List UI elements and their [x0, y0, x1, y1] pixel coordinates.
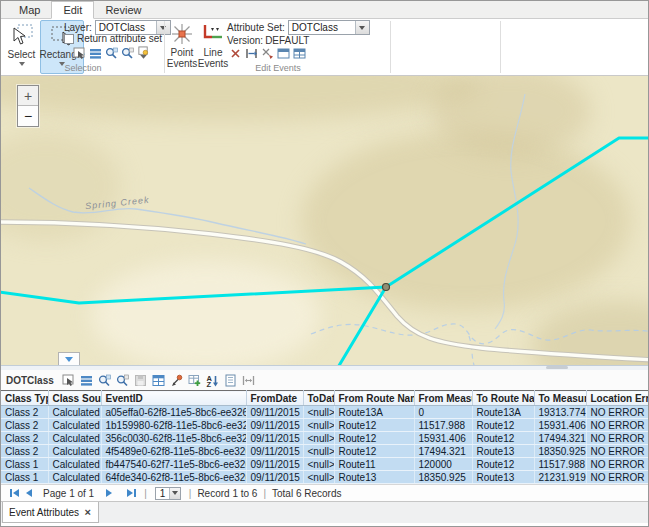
panel-splitter[interactable] [1, 365, 648, 370]
table-pager: Page 1 of 1 | 1 | Record 1 to 6 | Total … [1, 484, 648, 501]
table-cell: 21231.919 [534, 471, 586, 484]
table-cell: Class 1 [1, 471, 48, 484]
page-number-combo[interactable]: 1 [155, 487, 181, 500]
select-by-box-icon[interactable] [73, 46, 86, 59]
splitter-grip[interactable] [546, 366, 568, 369]
table-row[interactable]: Class 2Calculateda05effa0-62f8-11e5-8bc6… [1, 406, 648, 419]
previous-page-button[interactable] [21, 487, 35, 499]
column-header[interactable]: To Route Name [472, 391, 534, 406]
ribbon: Select Rectangle Layer: DOTClass Return … [1, 19, 648, 76]
column-header[interactable]: ToDate [303, 391, 334, 406]
sort-records-icon[interactable]: AZ [206, 374, 219, 387]
map-feature-layer [1, 76, 648, 365]
table-cell: 09/11/2015 [246, 471, 303, 484]
table-cell: NO ERROR [586, 419, 648, 432]
table-cell: <null> [303, 432, 334, 445]
chevron-down-icon[interactable] [355, 21, 369, 34]
table-cell: NO ERROR [586, 458, 648, 471]
last-page-button[interactable] [124, 487, 138, 499]
close-tab-icon[interactable]: × [85, 506, 91, 518]
table-cell: Route12 [472, 419, 534, 432]
table-row[interactable]: Class 2Calculated1b159980-62f8-11e5-8bc6… [1, 419, 648, 432]
table-cell: Calculated [48, 471, 101, 484]
tab-map[interactable]: Map [8, 2, 51, 18]
version-value: DEFAULT [265, 35, 309, 46]
creek-line [495, 94, 525, 329]
table-cell: <null> [303, 419, 334, 432]
column-header[interactable]: From Measure [414, 391, 472, 406]
page-indicator: Page 1 of 1 [43, 488, 94, 499]
map-view[interactable]: Spring Creek + − [1, 76, 648, 365]
return-attribute-set-label: Return attribute set [77, 33, 162, 44]
event-attributes-window-icon[interactable] [277, 46, 290, 59]
chevron-down-icon[interactable] [169, 488, 180, 499]
route-junction-marker [383, 284, 390, 291]
column-header[interactable]: Class Source [48, 391, 101, 406]
column-header[interactable]: EventID [101, 391, 246, 406]
tab-event-attributes-label: Event Attributes [9, 507, 79, 518]
zoom-in-button[interactable]: + [18, 86, 38, 106]
table-cell: 09/11/2015 [246, 432, 303, 445]
split-event-icon[interactable] [245, 46, 258, 59]
pager-separator: | [263, 488, 266, 499]
column-header[interactable]: From Route Name [334, 391, 414, 406]
zoom-to-selection-icon[interactable] [98, 374, 111, 387]
table-cell: Calculated [48, 458, 101, 471]
table-cell: Route13A [472, 406, 534, 419]
pan-to-selected-icon[interactable] [121, 46, 134, 59]
group-divider [500, 21, 501, 73]
table-row[interactable]: Class 2Calculated4f5489e0-62f8-11e5-8bc6… [1, 445, 648, 458]
table-row[interactable]: Class 1Calculated64fde340-62f8-11e5-8bc6… [1, 471, 648, 484]
column-header[interactable]: FromDate [246, 391, 303, 406]
tab-review[interactable]: Review [94, 2, 152, 18]
selection-list-icon[interactable] [89, 46, 102, 59]
zoom-out-button[interactable]: − [18, 106, 38, 126]
table-row[interactable]: Class 2Calculated356c0030-62f8-11e5-8bc6… [1, 432, 648, 445]
delete-event-icon[interactable] [229, 46, 242, 59]
event-grid-window-icon[interactable] [293, 46, 306, 59]
attribute-set-combo[interactable]: DOTClass [288, 20, 370, 35]
fit-columns-icon [242, 374, 255, 387]
table-cell: 11517.988 [534, 458, 586, 471]
table-cell: 0 [414, 406, 472, 419]
edit-events-group-label: Edit Events [167, 63, 389, 73]
zoom-to-selected-icon[interactable] [105, 46, 118, 59]
table-row[interactable]: Class 1Calculatedfb447540-62f7-11e5-8bc6… [1, 458, 648, 471]
tab-edit[interactable]: Edit [51, 1, 94, 19]
table-cell: Calculated [48, 445, 101, 458]
table-cell: Route13 [472, 445, 534, 458]
table-cell: <null> [303, 471, 334, 484]
table-cell: NO ERROR [586, 471, 648, 484]
tab-event-attributes[interactable]: Event Attributes × [2, 502, 99, 523]
open-table-icon[interactable] [152, 374, 165, 387]
application-window: Map Edit Review Select Rectangle [0, 0, 649, 527]
table-cell: Route12 [472, 458, 534, 471]
merge-event-icon[interactable] [261, 46, 274, 59]
attributes-form-icon[interactable] [224, 374, 237, 387]
first-page-button[interactable] [7, 487, 21, 499]
table-header-row: Class TypeClass SourceEventIDFromDateToD… [1, 391, 648, 406]
table-cell: 17494.321 [414, 445, 472, 458]
version-label: Version: [227, 35, 263, 46]
column-header[interactable]: Class Type [1, 391, 48, 406]
group-divider [164, 21, 165, 73]
add-record-icon[interactable] [188, 374, 201, 387]
show-selected-records-icon[interactable] [80, 374, 93, 387]
table-cell: Calculated [48, 406, 101, 419]
panel-collapse-button[interactable] [58, 352, 80, 365]
select-tool-label: Select [8, 49, 36, 60]
locate-event-icon[interactable] [170, 374, 183, 387]
svg-text:Z: Z [207, 379, 212, 386]
select-records-icon[interactable] [62, 374, 75, 387]
return-attribute-set-checkbox[interactable] [64, 34, 74, 44]
table-cell: NO ERROR [586, 406, 648, 419]
pan-to-selection-icon[interactable] [116, 374, 129, 387]
column-header[interactable]: Location Error [586, 391, 648, 406]
table-cell: 64fde340-62f8-11e5-8bc6-ee32641d5ec9 [101, 471, 246, 484]
table-cell: 15931.406 [534, 419, 586, 432]
column-header[interactable]: To Measure [534, 391, 586, 406]
table-cell: 356c0030-62f8-11e5-8bc6-ee32641d5ec9 [101, 432, 246, 445]
table-cell: Calculated [48, 419, 101, 432]
selection-options-icon[interactable] [137, 46, 150, 59]
next-page-button[interactable] [102, 487, 116, 499]
